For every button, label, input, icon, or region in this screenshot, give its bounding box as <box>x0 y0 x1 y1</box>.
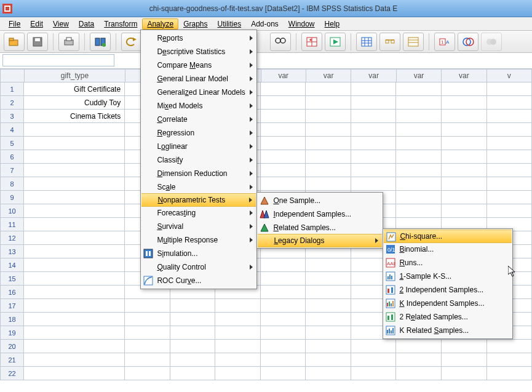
cell[interactable] <box>24 313 125 326</box>
cell[interactable] <box>306 258 351 272</box>
menu-2-independent-samples[interactable]: 2 Independent Samples... <box>383 283 512 297</box>
cell[interactable] <box>306 82 351 96</box>
cell[interactable] <box>351 123 397 137</box>
cell[interactable] <box>215 299 261 313</box>
cell[interactable]: Cuddly Toy <box>24 96 125 110</box>
cell[interactable] <box>396 204 442 218</box>
cell[interactable] <box>261 340 306 353</box>
cell[interactable] <box>351 96 397 110</box>
cell[interactable] <box>396 82 442 96</box>
menu-graphs[interactable]: Graphs <box>178 18 212 30</box>
cell[interactable] <box>261 326 306 340</box>
column-header[interactable]: var <box>397 69 442 82</box>
cell[interactable] <box>24 353 125 367</box>
menu-utilities[interactable]: Utilities <box>212 18 246 30</box>
cell[interactable] <box>396 164 442 177</box>
cell[interactable] <box>261 177 306 191</box>
cell[interactable] <box>170 367 216 380</box>
menu-regression[interactable]: Regression <box>141 126 256 140</box>
row-header[interactable]: 22 <box>0 367 24 380</box>
cell[interactable]: Gift Certificate <box>24 82 125 96</box>
cell[interactable] <box>396 177 442 191</box>
cell[interactable] <box>215 353 261 367</box>
cell[interactable] <box>306 150 351 164</box>
cell[interactable] <box>442 204 487 218</box>
menu-window[interactable]: Window <box>284 18 320 30</box>
column-header[interactable]: gift_type <box>25 69 126 82</box>
variables-button[interactable]: ★ <box>301 33 322 51</box>
menu-transform[interactable]: Transform <box>99 18 142 30</box>
cell[interactable] <box>487 164 532 177</box>
row-header[interactable]: 7 <box>0 164 24 177</box>
menu-reports[interactable]: Reports <box>141 31 256 45</box>
cell[interactable] <box>24 367 125 380</box>
cell[interactable] <box>306 164 351 177</box>
cell[interactable] <box>125 353 170 367</box>
column-header[interactable]: var <box>306 69 351 82</box>
cell[interactable] <box>306 123 351 137</box>
cell[interactable] <box>261 299 306 313</box>
row-header[interactable]: 4 <box>0 123 24 137</box>
row-header[interactable]: 12 <box>0 231 24 245</box>
menu-multiple-response[interactable]: Multiple Response <box>141 233 256 247</box>
menu-help[interactable]: Help <box>320 18 345 30</box>
print-button[interactable] <box>58 33 79 51</box>
cell[interactable] <box>215 340 261 353</box>
cell[interactable] <box>170 353 216 367</box>
menu-survival[interactable]: Survival <box>141 220 256 233</box>
row-header[interactable]: 6 <box>0 150 24 164</box>
undo-button[interactable] <box>121 33 142 51</box>
cell[interactable] <box>351 177 397 191</box>
cell[interactable] <box>125 299 170 313</box>
name-box[interactable] <box>2 54 114 66</box>
cell[interactable] <box>261 272 306 286</box>
row-header[interactable]: 3 <box>0 110 24 123</box>
cell[interactable] <box>306 272 351 286</box>
cell[interactable] <box>351 164 397 177</box>
grid-button[interactable] <box>356 33 377 51</box>
cell[interactable] <box>261 150 306 164</box>
menu-one-sample[interactable]: One Sample... <box>257 194 383 207</box>
cell[interactable] <box>170 313 216 326</box>
cell[interactable] <box>442 96 487 110</box>
cell[interactable] <box>442 340 487 353</box>
menu-k-related-samples[interactable]: K Related Samples... <box>383 324 512 337</box>
cell[interactable] <box>351 82 397 96</box>
menu-dimension-reduction[interactable]: Dimension Reduction <box>141 167 256 180</box>
cell[interactable] <box>396 353 442 367</box>
cell[interactable] <box>396 367 442 380</box>
cell[interactable] <box>24 123 125 137</box>
cell[interactable] <box>261 313 306 326</box>
cell[interactable] <box>487 204 532 218</box>
cell[interactable] <box>24 272 125 286</box>
menu-correlate[interactable]: Correlate <box>141 113 256 126</box>
cell[interactable] <box>306 96 351 110</box>
menu-nonparametric-tests[interactable]: Nonparametric Tests <box>141 193 256 207</box>
menu-descriptive-statistics[interactable]: Descriptive Statistics <box>141 45 256 58</box>
row-header[interactable]: 1 <box>0 82 24 96</box>
cell[interactable] <box>306 340 351 353</box>
cell[interactable] <box>442 191 487 204</box>
menu-general-linear-model[interactable]: General Linear Model <box>141 72 256 86</box>
row-header[interactable]: 9 <box>0 191 24 204</box>
cell[interactable] <box>215 326 261 340</box>
cell[interactable] <box>261 82 306 96</box>
cell[interactable] <box>487 191 532 204</box>
cell[interactable] <box>442 353 487 367</box>
menu-related-samples[interactable]: Related Samples... <box>257 221 383 234</box>
cell[interactable] <box>442 137 487 150</box>
menu-k-independent-samples[interactable]: K Independent Samples... <box>383 297 512 310</box>
select-cases-button[interactable] <box>403 33 424 51</box>
cell[interactable] <box>487 353 532 367</box>
cell[interactable] <box>24 191 125 204</box>
menu-legacy-dialogs[interactable]: Legacy Dialogs <box>258 234 382 247</box>
cell[interactable] <box>215 313 261 326</box>
cell[interactable] <box>442 123 487 137</box>
menu-loglinear[interactable]: Loglinear <box>141 140 256 153</box>
cell[interactable] <box>170 299 216 313</box>
cell[interactable] <box>396 191 442 204</box>
cell[interactable] <box>306 367 351 380</box>
cell[interactable] <box>487 340 532 353</box>
menu-compare-means[interactable]: Compare Means <box>141 58 256 72</box>
cell[interactable] <box>24 258 125 272</box>
